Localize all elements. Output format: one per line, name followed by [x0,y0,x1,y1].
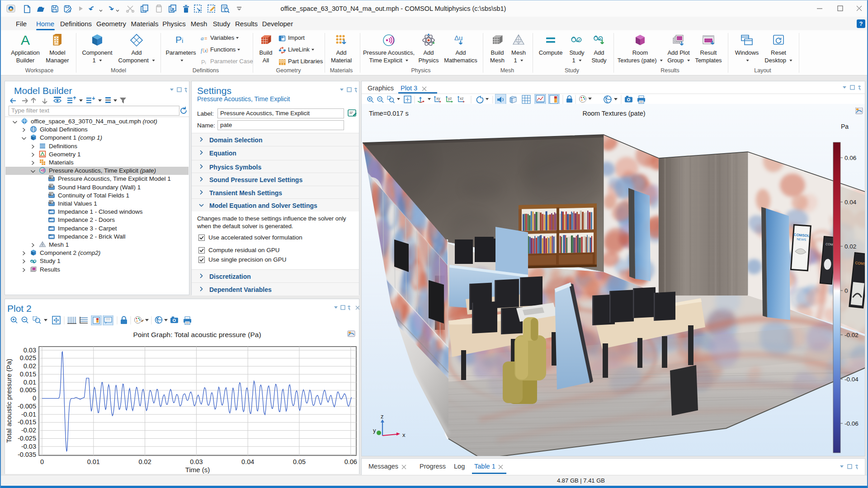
svg-text:0.025: 0.025 [20,354,36,361]
svg-text:0.015: 0.015 [20,371,36,378]
svg-text:Δu: Δu [454,34,462,42]
svg-text:0.03: 0.03 [190,458,203,465]
svg-text:x: x [402,432,406,438]
svg-text:-0.025: -0.025 [18,435,36,442]
svg-text:COM: COM [826,242,833,246]
svg-text:0.01: 0.01 [24,379,36,386]
svg-text:0.06: 0.06 [344,458,357,465]
svg-text:-0.01: -0.01 [21,411,36,418]
svg-text:NEWS: NEWS [797,238,807,241]
svg-text:A: A [21,33,30,47]
svg-text:0.02: 0.02 [138,458,151,465]
svg-text:-0.03: -0.03 [21,443,36,450]
svg-text:P: P [175,34,182,45]
svg-text:0.01: 0.01 [87,458,100,465]
svg-text:Total acoustic pressure (Pa): Total acoustic pressure (Pa) [5,359,13,443]
svg-text:-0.02: -0.02 [844,332,859,338]
svg-text:yz: yz [448,96,452,101]
svg-text:-0.02: -0.02 [21,427,36,434]
svg-text:i: i [182,37,183,44]
svg-text:0.005: 0.005 [20,386,36,394]
svg-text:i: i [205,60,206,65]
svg-text:-0.06: -0.06 [844,420,859,427]
svg-text:D: D [50,193,52,196]
svg-text:Point Graph: Total acoustic pr: Point Graph: Total acoustic pressure (Pa… [133,331,261,338]
svg-text:xy: xy [436,96,440,101]
svg-text:y: y [373,427,376,434]
svg-text:Pa: Pa [841,123,849,130]
svg-text:-0.035: -0.035 [18,451,36,458]
svg-text:0.06: 0.06 [844,155,856,161]
svg-text:): ) [207,48,208,53]
svg-text:0: 0 [33,394,36,402]
svg-text:0.02: 0.02 [844,243,856,250]
svg-text:0: 0 [40,458,44,465]
svg-text:=: = [204,36,207,41]
svg-text:P: P [201,59,205,66]
svg-text:0.02: 0.02 [24,362,36,370]
svg-text:D: D [50,176,52,179]
svg-text:0: 0 [844,287,848,294]
svg-text:0.03: 0.03 [24,347,36,354]
svg-text:-0.015: -0.015 [18,418,36,426]
svg-text:xz: xz [460,96,464,101]
svg-text:a: a [201,35,204,42]
svg-text:z: z [381,413,384,420]
svg-text:-0.005: -0.005 [18,403,36,410]
svg-text:0.05: 0.05 [293,458,306,465]
svg-text:D: D [50,201,52,204]
svg-text:0.04: 0.04 [844,199,857,206]
svg-text:0.04: 0.04 [241,458,254,465]
svg-text:Time (s): Time (s) [185,466,210,474]
svg-text:-0.04: -0.04 [844,376,859,383]
svg-text:D: D [50,185,52,188]
